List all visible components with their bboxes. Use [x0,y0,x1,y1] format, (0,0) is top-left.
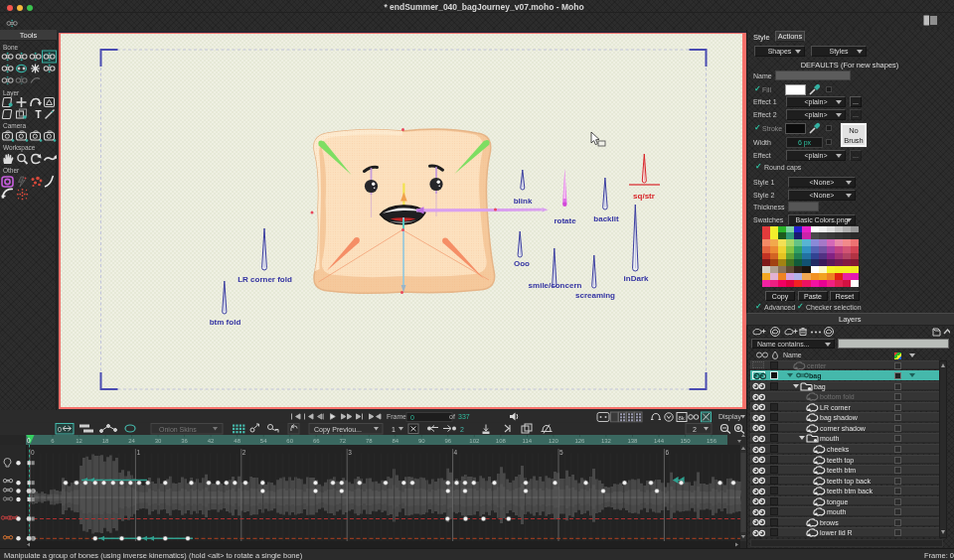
svg-text:Frame: Frame [387,413,406,420]
svg-text:2: 2 [460,426,464,433]
svg-text:108: 108 [496,438,507,444]
svg-text:smile/concern: smile/concern [529,281,582,290]
svg-text:60: 60 [286,438,293,444]
svg-text:132: 132 [601,438,612,444]
svg-text:0: 0 [410,414,414,421]
svg-text:114: 114 [523,438,533,444]
svg-text:30: 30 [155,438,162,444]
svg-text:Display: Display [718,413,741,421]
svg-text:2: 2 [693,426,697,433]
svg-text:2: 2 [242,449,246,456]
svg-text:126: 126 [574,438,585,444]
svg-text:120: 120 [549,438,559,444]
svg-text:0: 0 [58,426,62,433]
svg-text:T: T [36,109,42,120]
svg-text:1: 1 [136,449,140,456]
svg-text:Onion Skins: Onion Skins [159,426,197,433]
svg-text:48: 48 [234,438,240,444]
svg-text:72: 72 [339,438,346,444]
svg-text:screaming: screaming [575,291,615,300]
svg-text:blink: blink [514,197,533,206]
svg-text:24: 24 [128,438,135,444]
svg-text:0: 0 [31,449,35,456]
svg-text:Copy Previou...: Copy Previou... [314,426,362,434]
svg-text:btm fold: btm fold [210,318,241,327]
svg-text:96: 96 [444,438,451,444]
svg-text:138: 138 [627,438,638,444]
svg-text:42: 42 [208,438,215,444]
svg-text:144: 144 [654,438,665,444]
svg-text:156: 156 [707,438,717,444]
svg-text:inDark: inDark [624,274,649,283]
svg-text:36: 36 [181,438,188,444]
svg-text:rotate: rotate [554,216,576,225]
svg-text:150: 150 [680,438,691,444]
svg-text:LR corner fold: LR corner fold [238,275,292,284]
svg-text:84: 84 [392,438,398,444]
svg-text:78: 78 [366,438,373,444]
svg-text:12: 12 [76,438,82,444]
svg-text:of: of [449,413,455,420]
svg-text:90: 90 [418,438,425,444]
svg-text:4: 4 [454,449,458,456]
svg-text:Ooo: Ooo [514,259,530,268]
svg-text:5: 5 [559,449,563,456]
svg-text:8k: 8k [679,415,686,421]
svg-text:0: 0 [27,437,31,444]
svg-text:337: 337 [458,413,470,420]
svg-text:sq/str: sq/str [633,192,655,201]
svg-text:6: 6 [665,449,669,456]
svg-text:18: 18 [102,438,109,444]
svg-text:1: 1 [392,426,396,433]
svg-text:3: 3 [348,449,352,456]
svg-text:54: 54 [260,438,267,444]
svg-text:backlit: backlit [593,214,619,223]
svg-text:66: 66 [313,438,320,444]
svg-text:102: 102 [469,438,480,444]
